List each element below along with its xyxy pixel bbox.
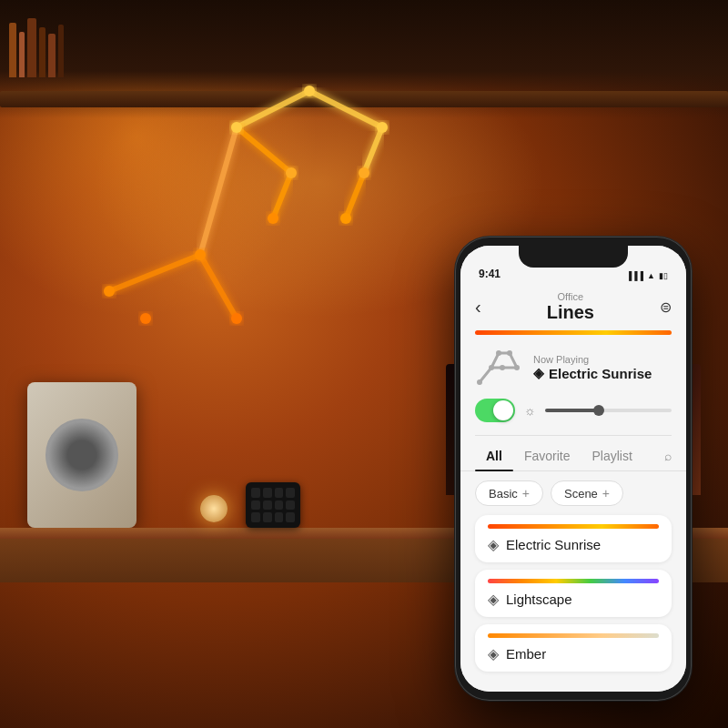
scene-label-ember: ◈ Ember [488, 645, 659, 662]
tab-playlist[interactable]: Playlist [581, 445, 642, 467]
filter-basic-plus: + [522, 486, 530, 500]
book-5 [48, 34, 56, 77]
svg-point-21 [195, 249, 206, 260]
book-2 [19, 32, 25, 77]
filter-basic[interactable]: Basic + [475, 480, 543, 506]
svg-point-13 [231, 122, 242, 133]
current-scene-color-bar [475, 330, 672, 335]
svg-line-10 [200, 255, 237, 318]
filter-scene[interactable]: Scene + [551, 480, 623, 506]
tab-all[interactable]: All [475, 445, 513, 467]
battery-icon: ▮▯ [659, 271, 668, 280]
scene-card-ember[interactable]: ◈ Ember [475, 624, 672, 672]
status-icons: ▐▐▐ ▲ ▮▯ [626, 271, 668, 280]
svg-line-8 [273, 173, 291, 218]
svg-point-15 [377, 122, 388, 133]
app-header: ‹ Office Lines ⊜ [460, 284, 686, 330]
svg-line-1 [309, 91, 382, 127]
controls-row: ☼ [460, 399, 686, 435]
book-6 [58, 25, 64, 77]
scene-bar-lightscape [488, 579, 659, 583]
svg-point-14 [304, 86, 315, 96]
header-title: Lines [547, 302, 594, 323]
phone-screen: 9:41 ▐▐▐ ▲ ▮▯ ‹ Office Lines ⊜ [460, 246, 686, 692]
svg-point-22 [231, 313, 242, 324]
filter-scene-plus: + [602, 486, 610, 500]
scene-bar-ember [488, 633, 659, 638]
speaker [27, 382, 136, 528]
filter-basic-label: Basic [489, 487, 518, 500]
scene-label-electric: ◈ Electric Sunrise [488, 536, 659, 553]
header-title-group: Office Lines [547, 291, 594, 323]
svg-line-0 [237, 91, 309, 127]
svg-point-17 [286, 167, 297, 178]
book-4 [39, 27, 46, 77]
scene-card-lightscape[interactable]: ◈ Lightscape [475, 570, 672, 617]
back-button[interactable]: ‹ [475, 297, 481, 318]
search-button[interactable]: ⌕ [664, 449, 672, 463]
phone-device: 9:41 ▐▐▐ ▲ ▮▯ ‹ Office Lines ⊜ [455, 237, 692, 701]
svg-line-24 [480, 368, 491, 382]
drop-icon: ◈ [533, 365, 544, 381]
svg-line-4 [237, 127, 291, 173]
scene-label-lightscape: ◈ Lightscape [488, 591, 659, 608]
drop-icon-lightscape: ◈ [488, 591, 499, 608]
device-shape-icon [475, 348, 522, 388]
wifi-icon: ▲ [647, 271, 655, 280]
svg-point-35 [514, 365, 520, 370]
power-toggle[interactable] [475, 399, 515, 422]
svg-point-18 [340, 213, 351, 224]
now-playing-label: Now Playing [533, 354, 672, 365]
tab-favorite[interactable]: Favorite [513, 445, 581, 467]
svg-point-32 [500, 365, 505, 370]
settings-icon[interactable]: ⊜ [660, 298, 672, 316]
brightness-icon: ☼ [524, 403, 536, 418]
drop-icon-ember: ◈ [488, 645, 499, 662]
scene-name-electric: Electric Sunrise [506, 537, 601, 552]
scene-name-ember: Ember [506, 646, 546, 662]
svg-point-16 [359, 167, 369, 178]
desk-lamp [200, 495, 228, 522]
scene-list: ◈ Electric Sunrise ◈ Lightscape [460, 515, 686, 672]
speaker-cone [46, 419, 118, 491]
filter-scene-label: Scene [564, 487, 598, 500]
book-1 [9, 23, 16, 77]
books-decoration [9, 18, 64, 77]
book-3 [27, 18, 36, 77]
svg-line-12 [200, 127, 237, 255]
svg-point-23 [140, 313, 151, 324]
tab-bar: All Favorite Playlist ⌕ [460, 436, 686, 471]
now-playing-info: Now Playing ◈ Electric Sunrise [533, 354, 672, 381]
svg-point-19 [268, 213, 278, 224]
drop-icon-electric: ◈ [488, 536, 499, 553]
svg-point-34 [507, 350, 512, 356]
signal-icon: ▐▐▐ [626, 271, 643, 280]
svg-line-2 [364, 127, 382, 173]
scene-name-lightscape: Lightscape [506, 592, 572, 607]
svg-point-30 [477, 379, 482, 385]
scene-card-electric-sunrise[interactable]: ◈ Electric Sunrise [475, 515, 672, 562]
phone-body: 9:41 ▐▐▐ ▲ ▮▯ ‹ Office Lines ⊜ [455, 237, 692, 701]
svg-point-31 [489, 365, 494, 370]
scene-bar-electric [488, 524, 659, 529]
app-content: ‹ Office Lines ⊜ [460, 284, 686, 692]
stream-deck [246, 482, 300, 528]
status-time: 9:41 [479, 268, 500, 280]
brightness-slider[interactable] [545, 409, 672, 412]
header-subtitle: Office [547, 291, 594, 302]
svg-point-20 [104, 286, 115, 297]
now-playing-name: ◈ Electric Sunrise [533, 365, 672, 381]
nanoleaf-lines [55, 73, 419, 346]
filter-row: Basic + Scene + [460, 471, 686, 515]
svg-point-33 [496, 350, 501, 356]
svg-line-6 [346, 173, 364, 218]
phone-notch [519, 246, 628, 268]
now-playing-section: Now Playing ◈ Electric Sunrise [460, 344, 686, 399]
svg-line-9 [109, 255, 200, 291]
